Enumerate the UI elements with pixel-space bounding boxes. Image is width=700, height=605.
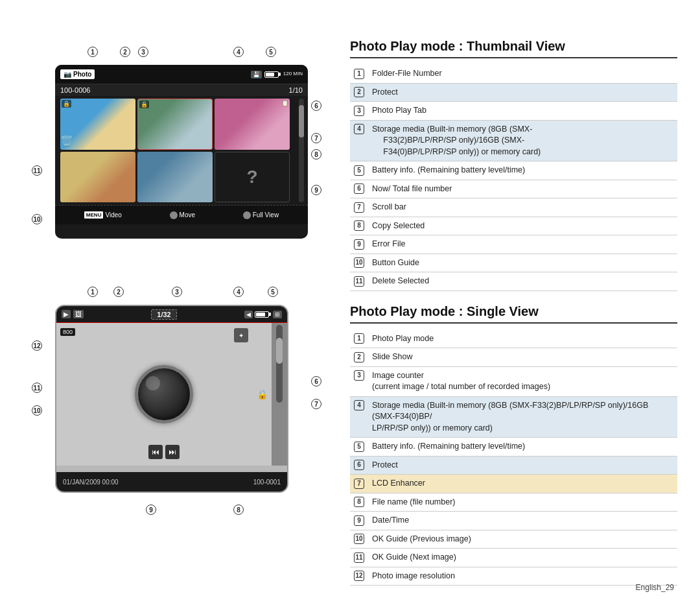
table-row-9: 9 Error File <box>350 235 677 254</box>
menu-btn: MENU Video <box>84 211 122 219</box>
single-item-8: File name (file number) <box>368 493 677 512</box>
single-item-10: OK Guide (Previous image) <box>368 530 677 549</box>
callout-11-single: 11 <box>32 383 42 393</box>
callout-12-single: 12 <box>32 340 42 351</box>
table-row-8: 8 Copy Selected <box>350 217 677 235</box>
photo-tab-box: 📷 Photo <box>60 69 95 79</box>
lock-icon-cell2: 🔒 <box>139 101 149 108</box>
scrollbar-handle <box>299 105 304 137</box>
single-topbar-right: ◀ ⊞ <box>244 311 282 318</box>
callout-11-thumb: 11 <box>32 165 42 176</box>
lock-icon-cell1: 🔒 <box>62 100 71 108</box>
callout-9-thumb: 9 <box>311 185 321 195</box>
single-item-1: Photo Play mode <box>368 330 677 348</box>
callout-8-thumb: 8 <box>311 149 321 160</box>
battery-time: 120 MIN <box>283 71 303 77</box>
enhance-icon: ✦ <box>234 328 248 342</box>
fullview-btn: Full View <box>243 211 279 219</box>
thumb-cell-pink: 📋 <box>215 99 290 150</box>
next-arrow[interactable]: ⏭ <box>165 445 180 459</box>
single-item-2: Slide Show <box>368 348 677 367</box>
battery-icon <box>264 71 281 78</box>
battery-area: 💾 120 MIN <box>251 71 303 78</box>
item-1-label: Folder-File Number <box>368 65 677 83</box>
single-item-12: Photo image resolution <box>368 567 677 586</box>
callout-9-single: 9 <box>146 504 156 515</box>
single-counter: 1/32 <box>151 309 176 320</box>
callout-7-single: 7 <box>311 399 321 409</box>
thumbnail-device-wrapper: 1 3 2 4 5 6 7 8 9 11 10 📷 Photo 💾 <box>42 65 321 246</box>
scrollbar <box>299 99 304 202</box>
date-time: 01/JAN/2009 00:00 <box>63 479 119 486</box>
thumb-topbar: 📷 Photo 💾 120 MIN <box>55 65 308 84</box>
thumb-cell-hiker <box>137 152 213 203</box>
table-row-6: 6 Now/ Total file number <box>350 180 677 198</box>
photo-play-icon: ▶ <box>62 310 71 318</box>
table-row-10: 10 Button Guide <box>350 254 677 272</box>
single-topbar: ▶ 🖼 1/32 ◀ ⊞ <box>56 306 287 323</box>
storage-icon-single: ◀ <box>244 311 253 318</box>
callout-3-thumb: 3 <box>138 47 148 57</box>
copy-icon-cell3: 📋 <box>281 100 288 106</box>
single-info-table: 1 Photo Play mode 2 Slide Show 3 Image c… <box>350 330 677 586</box>
single-device-wrapper: 1 2 3 4 5 6 7 9 8 12 11 10 ▶ 🖼 1/32 ◀ <box>42 305 321 525</box>
thumb-cell-mountain: 🔒 <box>137 99 213 150</box>
single-item-4: Storage media (Built-in memory (8GB (SMX… <box>368 396 677 438</box>
single-item-9: Date/Time <box>368 512 677 530</box>
item-6-label: Now/ Total file number <box>368 180 677 198</box>
callout-4-single: 4 <box>233 287 244 297</box>
photo-tab: 📷 Photo <box>60 69 95 79</box>
callout-4-thumb: 4 <box>233 47 244 57</box>
callout-5-single: 5 <box>268 287 278 297</box>
single-section-title: Photo Play mode : Single View <box>350 304 677 324</box>
single-item-7: LCD Enhancer <box>368 475 677 493</box>
single-row-4: 4 Storage media (Built-in memory (8GB (S… <box>350 396 677 438</box>
prev-arrow[interactable]: ⏮ <box>148 445 163 459</box>
callout-5-thumb: 5 <box>266 47 276 57</box>
callout-1-single: 1 <box>88 287 98 297</box>
item-2-label: Protect <box>368 83 677 102</box>
scrollbar-single <box>276 325 283 403</box>
single-row-8: 8 File name (file number) <box>350 493 677 512</box>
table-row-7: 7 Scroll bar <box>350 198 677 217</box>
thumbnail-info-table: 1 Folder-File Number 2 Protect 3 Photo P… <box>350 65 677 291</box>
single-topbar-left: ▶ 🖼 <box>62 310 84 318</box>
folder-number: 100-0006 <box>60 86 91 94</box>
callout-6-thumb: 6 <box>311 101 321 111</box>
callout-7-thumb: 7 <box>311 133 321 143</box>
page-number: 1/10 <box>289 86 303 94</box>
single-row-12: 12 Photo image resolution <box>350 567 677 586</box>
single-item-6: Protect <box>368 456 677 475</box>
item-7-label: Scroll bar <box>368 198 677 217</box>
single-device: ▶ 🖼 1/32 ◀ ⊞ 800 <box>55 305 288 493</box>
table-row-4: 4 Storage media (Built-in memory (8GB (S… <box>350 120 677 161</box>
single-row-10: 10 OK Guide (Previous image) <box>350 530 677 549</box>
thumb-grid-area: 🔒 🔒 📋 ? 🗑️ <box>55 96 308 205</box>
single-row-3: 3 Image counter(current image / total nu… <box>350 366 677 396</box>
battery-single <box>255 311 271 318</box>
callout-8-single: 8 <box>233 504 244 515</box>
resolution-badge: 800 <box>60 328 75 336</box>
slideshow-icon: 🖼 <box>73 310 84 318</box>
single-image-panel: 800 ✦ ⏮ ⏭ 🔒 <box>56 323 272 466</box>
item-4-label: Storage media (Built-in memory (8GB (SMX… <box>368 120 677 161</box>
single-bottombar: 01/JAN/2009 00:00 100-0001 <box>56 472 287 492</box>
fullview-label: Full View <box>253 211 279 219</box>
table-row-2: 2 Protect <box>350 83 677 102</box>
thumb-folder-row: 100-0006 1/10 <box>55 84 308 96</box>
camera-lens <box>135 365 193 423</box>
thumbnail-device: 📷 Photo 💾 120 MIN 100-0006 1/10 <box>55 65 308 239</box>
lock-icon-single: 🔒 <box>257 389 268 399</box>
callout-10-single: 10 <box>32 405 42 416</box>
single-right-bar <box>272 323 287 466</box>
callout-10-thumb: 10 <box>32 214 42 224</box>
table-row-3: 3 Photo Play Tab <box>350 102 677 121</box>
table-row-5: 5 Battery info. (Remaining battery level… <box>350 161 677 180</box>
extra-icon: ⊞ <box>273 311 282 318</box>
callout-2-single: 2 <box>113 287 124 297</box>
single-row-5: 5 Battery info. (Remaining battery level… <box>350 438 677 457</box>
menu-video-label: Video <box>105 211 121 219</box>
thumb-cell-question: ? <box>215 152 290 203</box>
single-row-6: 6 Protect <box>350 456 677 475</box>
single-row-7: 7 LCD Enhancer <box>350 475 677 493</box>
